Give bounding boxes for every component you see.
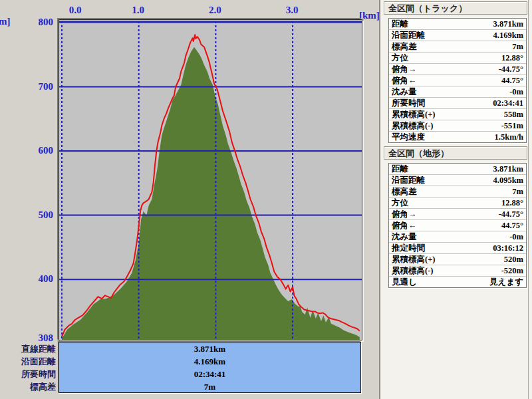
stat-label: 方位 (392, 53, 408, 63)
stat-value: 7m (512, 41, 523, 52)
stat-label: 沈み量 (392, 86, 417, 97)
stat-value: 558m (504, 109, 523, 120)
stat-row: 累積標高(-)-551m (389, 120, 526, 132)
stat-row: 俯角←44.75° (389, 220, 526, 231)
y-tick-label: 700 (0, 81, 53, 92)
stat-value: 3.871km (493, 164, 524, 174)
stat-label: 俯角→ (392, 209, 417, 219)
stat-row: 距離3.871km (389, 19, 526, 30)
stat-label: 沿面距離 (392, 30, 425, 41)
stat-row: 沿面距離4.169km (389, 30, 526, 41)
stat-label: 俯角→ (392, 64, 417, 74)
summary-label: 所要時間 (0, 368, 56, 380)
stat-row: 俯角→-44.75° (389, 64, 526, 75)
x-tick-label: 2.0 (200, 5, 229, 16)
stat-label: 平均速度 (392, 132, 425, 142)
stat-label: 距離 (392, 19, 408, 29)
panel-right-edge (528, 0, 529, 399)
stat-row: 平均速度1.5km/h (389, 132, 526, 142)
stat-label: 累積標高(-) (392, 120, 434, 131)
stat-label: 所要時間 (392, 98, 425, 108)
y-tick-label: 400 (0, 273, 53, 284)
y-tick-label: 800 (0, 17, 53, 27)
track-section-header: 全区間（トラック） (384, 1, 527, 15)
stat-label: 距離 (392, 164, 408, 174)
stat-value: 02:34:41 (493, 98, 523, 108)
stat-label: 累積標高(+) (392, 109, 435, 120)
stat-row: 標高差7m (389, 186, 526, 198)
stat-row: 距離3.871km (389, 164, 526, 175)
stat-label: 累積標高(-) (392, 265, 434, 276)
stat-label: 俯角← (392, 75, 417, 86)
summary-label: 直線距離 (0, 342, 56, 355)
elevation-profile-svg (59, 20, 362, 340)
stat-value: -0m (509, 231, 523, 242)
terrain-stats-table: 距離3.871km沿面距離4.095km標高差7m方位12.88°俯角→-44.… (388, 163, 527, 288)
summary-value: 3.871km (59, 342, 360, 355)
stat-row: 累積標高(-)-520m (389, 265, 526, 277)
elevation-profile-window: { "chart": { "y_unit": "[m]", "x_unit": … (0, 0, 532, 399)
stat-value: -520m (501, 265, 523, 276)
x-tick-label: 1.0 (124, 5, 153, 16)
elevation-profile-plot[interactable] (59, 19, 362, 340)
stat-label: 標高差 (392, 41, 417, 52)
terrain-section-header: 全区間（地形） (384, 146, 527, 160)
stat-row: 俯角→-44.75° (389, 209, 526, 220)
stat-row: 見通し見えます (389, 277, 526, 287)
stat-label: 方位 (392, 198, 408, 208)
stat-row: 累積標高(+)558m (389, 109, 526, 120)
stat-value: 見えます (489, 277, 523, 287)
stat-row: 俯角←44.75° (389, 75, 526, 86)
stat-value: 4.095km (493, 175, 524, 186)
stat-row: 方位12.88° (389, 53, 526, 64)
stat-label: 俯角← (392, 220, 417, 231)
stat-value: 12.88° (501, 53, 523, 63)
stat-label: 沿面距離 (392, 175, 425, 186)
summary-label-column: 直線距離沿面距離所要時間標高差 (0, 342, 56, 393)
y-tick-label: 308 (0, 332, 53, 343)
stat-label: 推定時間 (392, 243, 425, 253)
x-tick-label: 0.0 (61, 5, 90, 16)
stat-value: -44.75° (499, 64, 523, 74)
summary-value: 02:34:41 (59, 368, 360, 380)
stat-value: 44.75° (501, 220, 523, 231)
stat-value: -44.75° (499, 209, 523, 219)
stat-value: 03:16:12 (493, 243, 523, 253)
stat-row: 標高差7m (389, 41, 526, 53)
stat-label: 標高差 (392, 186, 417, 197)
stat-row: 沈み量-0m (389, 231, 526, 243)
x-tick-label: 3.0 (277, 5, 307, 16)
stat-value: 520m (504, 254, 523, 265)
summary-label: 沿面距離 (0, 355, 56, 368)
stat-value: -0m (509, 86, 523, 97)
stat-value: 7m (512, 186, 523, 197)
stat-row: 所要時間02:34:41 (389, 98, 526, 109)
stat-value: 44.75° (501, 75, 523, 86)
stat-row: 累積標高(+)520m (389, 254, 526, 265)
stat-value: 12.88° (501, 198, 523, 208)
y-tick-label: 500 (0, 209, 53, 220)
summary-value: 7m (59, 380, 360, 393)
statistics-panel: 全区間（トラック） 距離3.871km沿面距離4.169km標高差7m方位12.… (381, 0, 532, 399)
stat-label: 見通し (392, 277, 417, 287)
stat-label: 累積標高(+) (392, 254, 435, 265)
stat-row: 沿面距離4.095km (389, 175, 526, 186)
stat-row: 推定時間03:16:12 (389, 243, 526, 254)
stat-row: 方位12.88° (389, 198, 526, 209)
stat-value: 1.5km/h (495, 132, 523, 142)
track-stats-table: 距離3.871km沿面距離4.169km標高差7m方位12.88°俯角→-44.… (388, 18, 527, 143)
summary-value-box: 3.871km4.169km02:34:417m (59, 342, 361, 393)
y-tick-label: 600 (0, 145, 53, 156)
stat-value: 4.169km (493, 30, 524, 41)
stat-label: 沈み量 (392, 231, 417, 242)
stat-value: 3.871km (493, 19, 524, 29)
stat-value: -551m (501, 120, 523, 131)
summary-label: 標高差 (0, 380, 56, 393)
summary-value: 4.169km (59, 355, 360, 368)
stat-row: 沈み量-0m (389, 86, 526, 98)
